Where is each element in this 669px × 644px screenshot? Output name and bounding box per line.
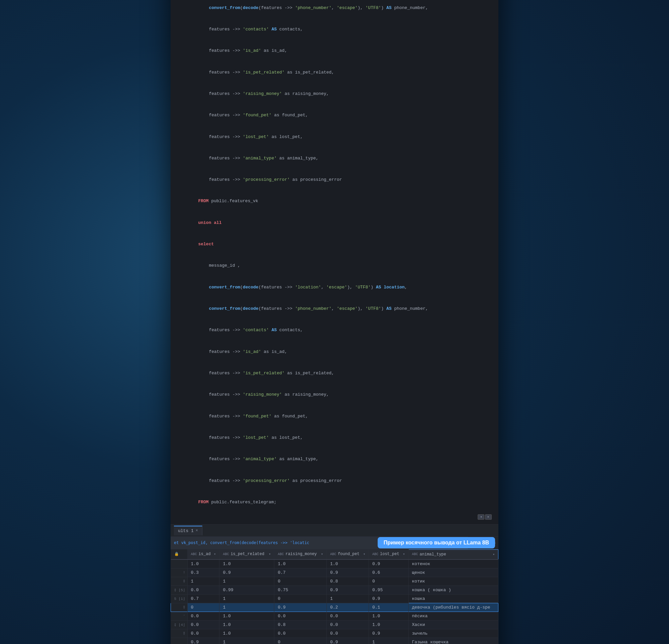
editor-scrollbar: ◂ ▸ bbox=[171, 513, 498, 520]
th-label-is-ad: is_ad bbox=[199, 552, 211, 556]
sql-line-9: features ->> 'found_pet' as found_pet, bbox=[177, 105, 492, 126]
cell-lost_pet: 0.9 bbox=[369, 559, 409, 569]
sql-line-14: union all bbox=[177, 212, 492, 233]
cell-raising_money: 0.0 bbox=[274, 629, 326, 638]
sql-line-23: features ->> 'found_pet' as found_pet, bbox=[177, 405, 492, 427]
cell-is_pet_related: 1 bbox=[219, 603, 274, 612]
sql-line-17: convert_from(decode(features ->> 'locati… bbox=[177, 276, 492, 298]
cell-found_pet: 0.9 bbox=[326, 586, 369, 594]
cell-is_pet_related: 0.99 bbox=[219, 586, 274, 594]
cell-animal_type: щенок bbox=[409, 568, 498, 577]
sql-line-20: features ->> 'is_ad' as is_ad, bbox=[177, 341, 492, 362]
row-num-cell: ‡ bbox=[171, 577, 188, 586]
cell-lost_pet: 0.1 bbox=[369, 603, 409, 612]
cell-raising_money: 0.75 bbox=[274, 586, 326, 594]
table-row: 1.01.01.01.00.9котенок bbox=[171, 559, 498, 569]
sql-line-12: features ->> 'processing_error' as proce… bbox=[177, 169, 492, 190]
th-is-pet-related[interactable]: ABC is_pet_related ▾ bbox=[219, 550, 274, 559]
cell-is_pet_related: 1 bbox=[219, 638, 274, 644]
cell-is_pet_related: 1.0 bbox=[219, 559, 274, 569]
cell-is_pet_related: 1.0 bbox=[219, 612, 274, 620]
cell-animal_type: кошка ( кошка ) bbox=[409, 586, 498, 594]
sql-line-5: features ->> 'contacts' AS contacts, bbox=[177, 19, 492, 40]
sql-line-22: features ->> 'raising_money' as raising_… bbox=[177, 384, 492, 405]
cell-raising_money: 0.7 bbox=[274, 568, 326, 577]
cell-lost_pet: 0.6 bbox=[369, 568, 409, 577]
cell-raising_money: 0 bbox=[274, 638, 326, 644]
table-row: ‡ ⌊4⌋0.01.00.80.01.0Хаски bbox=[171, 620, 498, 629]
cell-found_pet: 0.0 bbox=[326, 620, 369, 629]
table-row: 5 ⌊1⌋0.71010.9кошка bbox=[171, 594, 498, 603]
row-num-cell: 5 ⌊1⌋ bbox=[171, 594, 188, 603]
main-window: select vk_post_id, convert_from(decode(f… bbox=[171, 0, 498, 644]
tab-bar: ults 1 × bbox=[171, 525, 498, 537]
scroll-right-button[interactable]: ▸ bbox=[485, 514, 492, 520]
th-label-lost-pet: lost_pet bbox=[380, 552, 399, 556]
cell-is_ad: 0.3 bbox=[187, 568, 219, 577]
sql-line-19: features ->> 'contacts' AS contacts, bbox=[177, 320, 492, 341]
sql-line-7: features ->> 'is_pet_related' as is_pet_… bbox=[177, 61, 492, 83]
cell-is_ad: 0.0 bbox=[187, 629, 219, 638]
cell-found_pet: 0.0 bbox=[326, 612, 369, 620]
lock-icon: 🔒 bbox=[174, 552, 179, 556]
th-is-ad[interactable]: ABC is_ad ▾ bbox=[187, 550, 219, 559]
row-num-cell: ‡ bbox=[171, 603, 188, 612]
cell-animal_type: Хаски bbox=[409, 620, 498, 629]
row-num-cell: ‡ bbox=[171, 629, 188, 638]
th-sort-is-pet-related[interactable]: ▾ bbox=[269, 552, 271, 556]
tab-close-button[interactable]: × bbox=[196, 528, 198, 533]
sql-line-15: select bbox=[177, 234, 492, 255]
th-type-lost-pet: ABC bbox=[372, 553, 378, 556]
table-row: 0.9100.91Газына кошечка bbox=[171, 638, 498, 644]
cell-is_ad: 0.0 bbox=[187, 612, 219, 620]
cell-lost_pet: 0.9 bbox=[369, 629, 409, 638]
cell-animal_type: девочка (рибundles вясio д-spe bbox=[409, 603, 498, 612]
th-type-is-ad: ABC bbox=[191, 553, 197, 556]
cell-found_pet: 0.2 bbox=[326, 603, 369, 612]
cell-is_pet_related: 1.0 bbox=[219, 629, 274, 638]
table-body: 1.01.01.01.00.9котенок!0.30.90.70.90.6ще… bbox=[171, 559, 498, 644]
row-num-cell: ! bbox=[171, 568, 188, 577]
th-label-is-pet-related: is_pet_related bbox=[230, 552, 264, 556]
th-sort-raising-money[interactable]: ▾ bbox=[321, 552, 323, 556]
sql-line-24: features ->> 'lost_pet' as lost_pet, bbox=[177, 427, 492, 448]
cell-animal_type: зычель bbox=[409, 629, 498, 638]
th-animal-type[interactable]: ABC animal_type ▾ bbox=[409, 550, 498, 559]
sql-line-11: features ->> 'animal_type' as animal_typ… bbox=[177, 147, 492, 169]
table-row: !0.30.90.70.90.6щенок bbox=[171, 568, 498, 577]
th-sort-lost-pet[interactable]: ▾ bbox=[403, 552, 405, 556]
cell-found_pet: 1 bbox=[326, 594, 369, 603]
sql-editor-content: select vk_post_id, convert_from(decode(f… bbox=[171, 0, 498, 513]
th-lock: 🔒 bbox=[171, 550, 188, 559]
results-tab[interactable]: ults 1 × bbox=[174, 526, 202, 536]
tooltip-banner: Пример косячного вывода от LLama 8B bbox=[378, 537, 495, 548]
th-raising-money[interactable]: ABC raising_money ▾ bbox=[274, 550, 326, 559]
tab-label: ults 1 bbox=[178, 528, 194, 533]
th-type-is-pet-related: ABC bbox=[223, 553, 229, 556]
cell-lost_pet: 1.0 bbox=[369, 612, 409, 620]
cell-found_pet: 0.0 bbox=[326, 629, 369, 638]
scroll-left-button[interactable]: ◂ bbox=[478, 514, 484, 520]
th-type-animal-type: ABC bbox=[412, 553, 418, 556]
query-bar: ⤶ Enter a Пример косячного вывода от LLa… bbox=[171, 537, 498, 550]
th-lost-pet[interactable]: ABC lost_pet ▾ bbox=[369, 550, 409, 559]
sql-line-6: features ->> 'is_ad' as is_ad, bbox=[177, 40, 492, 61]
sql-line-4: convert_from(decode(features ->> 'phone_… bbox=[177, 0, 492, 19]
cell-is_ad: 1 bbox=[187, 577, 219, 586]
table-row: ‡ ⌊5⌋0.00.990.750.90.95кошка ( кошка ) bbox=[171, 586, 498, 594]
th-sort-is-ad[interactable]: ▾ bbox=[214, 552, 216, 556]
th-sort-animal-type[interactable]: ▾ bbox=[493, 553, 495, 556]
th-label-animal-type: animal_type bbox=[420, 552, 446, 557]
cell-animal_type: пёсика bbox=[409, 612, 498, 620]
th-found-pet[interactable]: ABC found_pet ▾ bbox=[326, 550, 369, 559]
row-num-cell bbox=[171, 638, 188, 644]
sql-line-13: FROM public.features_vk bbox=[177, 190, 492, 212]
cell-found_pet: 0.9 bbox=[326, 638, 369, 644]
cell-animal_type: кошка bbox=[409, 594, 498, 603]
cell-is_pet_related: 1.0 bbox=[219, 620, 274, 629]
th-sort-found-pet[interactable]: ▾ bbox=[363, 552, 365, 556]
cell-lost_pet: 0.95 bbox=[369, 586, 409, 594]
cell-raising_money: 0.0 bbox=[274, 612, 326, 620]
table-row: ‡010.90.20.1девочка (рибundles вясio д-s… bbox=[171, 603, 498, 612]
th-label-raising-money: raising_money bbox=[285, 552, 317, 556]
